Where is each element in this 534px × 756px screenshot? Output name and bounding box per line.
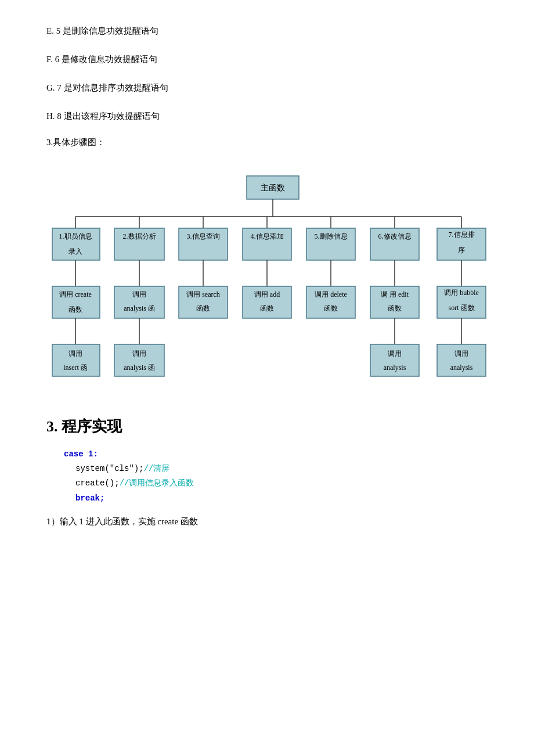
svg-text:insert 函: insert 函 <box>63 363 88 372</box>
svg-text:调用 bubble: 调用 bubble <box>444 289 479 297</box>
item-f: F. 6 是修改信息功效提醒语句 <box>46 52 488 67</box>
svg-text:1.职员信息: 1.职员信息 <box>59 232 92 240</box>
section3-title: 3. 程序实现 <box>46 416 488 437</box>
svg-text:调用: 调用 <box>454 350 468 358</box>
svg-text:7.信息排: 7.信息排 <box>449 231 475 239</box>
code-block: case 1: system("cls");//清屏 create();//调用… <box>64 447 488 506</box>
item-e: E. 5 是删除信息功效提醒语句 <box>46 23 488 39</box>
item-g: G. 7 是对信息排序功效提醒语句 <box>46 80 488 96</box>
svg-text:调用 add: 调用 add <box>254 290 280 298</box>
svg-text:4.信息添加: 4.信息添加 <box>251 232 284 240</box>
svg-text:3.信息查询: 3.信息查询 <box>187 232 220 240</box>
svg-text:analysis 函: analysis 函 <box>124 363 155 372</box>
svg-text:调用: 调用 <box>388 350 402 358</box>
svg-text:analysis 函: analysis 函 <box>124 304 155 312</box>
svg-text:序: 序 <box>458 246 465 254</box>
svg-text:主函数: 主函数 <box>261 183 285 192</box>
svg-text:函数: 函数 <box>324 304 338 312</box>
svg-text:函数: 函数 <box>68 305 82 314</box>
desc-text: 1）输入 1 进入此函数，实施 create 函数 <box>46 516 488 527</box>
code-line4: break; <box>64 491 488 506</box>
svg-text:调 用  edit: 调 用 edit <box>381 290 409 298</box>
tree-diagram: 主函数 1.职员信息 录入 2.数据分析 3.信息查询 4.信息添加 5.删 <box>46 164 499 411</box>
code-line3: create();//调用信息录入函数 <box>64 476 488 491</box>
svg-text:函数: 函数 <box>260 304 274 312</box>
svg-text:函数: 函数 <box>196 304 210 312</box>
svg-text:函数: 函数 <box>388 304 402 312</box>
svg-text:调用 delete: 调用 delete <box>315 290 347 298</box>
code-line2: system("cls");//清屏 <box>64 462 488 476</box>
svg-text:调用: 调用 <box>68 350 82 358</box>
svg-text:6.修改信息: 6.修改信息 <box>378 232 412 240</box>
svg-text:sort 函数: sort 函数 <box>449 304 475 312</box>
svg-text:调用 create: 调用 create <box>59 290 92 298</box>
svg-text:录入: 录入 <box>68 247 82 255</box>
svg-text:analysis: analysis <box>450 363 473 372</box>
item-h: H. 8 退出该程序功效提醒语句 <box>46 109 488 124</box>
svg-text:analysis: analysis <box>384 363 406 372</box>
svg-text:调用: 调用 <box>132 290 146 298</box>
svg-text:调用: 调用 <box>132 350 146 358</box>
tree-svg: 主函数 1.职员信息 录入 2.数据分析 3.信息查询 4.信息添加 5.删 <box>46 164 499 408</box>
code-line1: case 1: <box>64 447 488 462</box>
svg-text:调用 search: 调用 search <box>186 290 220 298</box>
svg-text:2.数据分析: 2.数据分析 <box>123 232 156 240</box>
step-label: 3.具体步骤图： <box>46 137 488 148</box>
svg-text:5.删除信息: 5.删除信息 <box>315 232 348 240</box>
